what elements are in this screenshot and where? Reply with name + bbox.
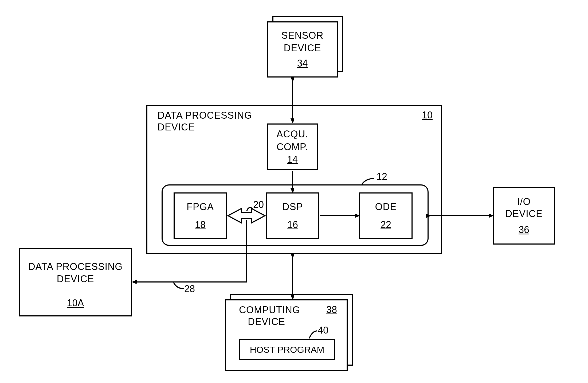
comp-title2: DEVICE (248, 316, 285, 327)
ode-title: ODE (375, 201, 397, 212)
dpd-title2: DEVICE (158, 121, 270, 133)
acqu-id: 14 (287, 154, 298, 165)
sensor-device: SENSOR DEVICE 34 (267, 21, 338, 78)
host-id: 40 (318, 325, 328, 336)
dsp-title: DSP (282, 201, 303, 212)
sensor-title1: SENSOR (281, 30, 323, 41)
dsp-id: 16 (287, 219, 298, 230)
host-program: HOST PROGRAM (239, 339, 335, 360)
inner-id: 12 (377, 171, 387, 182)
acqu-comp: ACQU. COMP. 14 (267, 123, 318, 170)
dpd2-title1: DATA PROCESSING (28, 261, 123, 272)
io-title2: DEVICE (505, 208, 543, 219)
host-title: HOST PROGRAM (250, 345, 324, 355)
leader-20: 20 (253, 199, 264, 210)
dpd2-title2: DEVICE (57, 273, 94, 284)
acqu-title2: COMP. (277, 141, 308, 152)
io-title1: I/O (517, 196, 531, 207)
io-device: I/O DEVICE 36 (493, 187, 555, 245)
sensor-title2: DEVICE (284, 42, 321, 53)
fpga-title: FPGA (187, 201, 214, 212)
io-id: 36 (519, 224, 529, 235)
dpd-id: 10 (422, 110, 433, 121)
comp-title1: COMPUTING (239, 304, 300, 316)
sensor-id: 34 (297, 58, 308, 69)
dsp: DSP 16 (266, 192, 319, 239)
dpd2-id: 10A (67, 297, 84, 309)
fpga: FPGA 18 (174, 192, 227, 239)
leader-28: 28 (184, 283, 195, 295)
fpga-id: 18 (195, 219, 206, 230)
dpd-title1: DATA PROCESSING (158, 110, 270, 121)
acqu-title1: ACQU. (276, 129, 308, 140)
comp-id: 38 (326, 304, 337, 315)
ode-id: 22 (381, 219, 391, 230)
ode: ODE 22 (359, 192, 413, 239)
data-processing-device-a: DATA PROCESSING DEVICE 10A (19, 248, 132, 316)
